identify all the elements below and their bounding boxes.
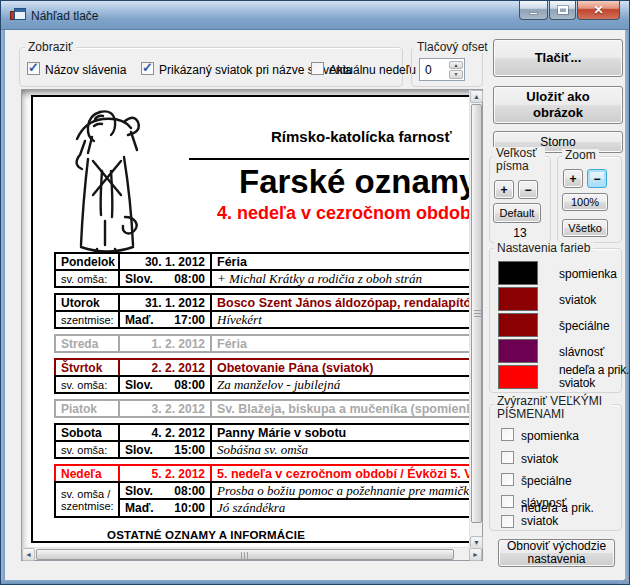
spinner-down-button[interactable]: ▼: [449, 70, 463, 79]
horizontal-scrollbar[interactable]: ◄ ►: [22, 547, 482, 560]
header-divider: [189, 158, 469, 160]
day-date: 30. 1. 2012: [120, 254, 212, 269]
table-row: Sobota 4. 2. 2012 Panny Márie v sobotu: [54, 423, 469, 442]
day-date: 5. 2. 2012: [120, 466, 212, 481]
color-label-nedela: nedeľa a prik. sviatok: [559, 364, 630, 390]
resize-grip[interactable]: [620, 575, 622, 577]
highlight-checkbox-spomienka[interactable]: [501, 428, 514, 441]
font-size-increase-button[interactable]: +: [494, 180, 514, 199]
mass-type-label: sv. omša:: [56, 271, 120, 286]
mass-time: 08:00: [174, 272, 205, 286]
checkbox-nazov-slavenia[interactable]: [27, 62, 40, 75]
mass-type-label: szentmise:: [56, 312, 120, 327]
mass-intention: Sobášna sv. omša: [212, 442, 469, 457]
scroll-up-button[interactable]: ▲: [470, 90, 483, 103]
font-size-value: 13: [489, 226, 551, 240]
vertical-scrollbar[interactable]: ▲ ▼: [469, 90, 482, 549]
day-name: Utorok: [56, 295, 120, 310]
app-icon: [10, 7, 26, 23]
restore-defaults-button[interactable]: Obnoviť východzie nastavenia: [498, 539, 615, 567]
highlight-label-sviatok: sviatok: [521, 452, 558, 466]
day-name: Streda: [56, 336, 120, 351]
color-swatch-slavnost[interactable]: [498, 339, 538, 363]
print-button[interactable]: Tlačiť...: [493, 39, 623, 77]
color-swatch-sviatok[interactable]: [498, 287, 538, 311]
document-page: Rímsko-katolícka farnosť Farské oznamy 4…: [31, 95, 469, 543]
day-name: Nedeľa: [56, 466, 120, 481]
table-row: sv. omša: Slov.15:00 Sobášna sv. omša: [54, 440, 469, 459]
schedule-block-pondelok: Pondelok 30. 1. 2012 Féria sv. omša: Slo…: [54, 252, 469, 288]
vertical-scroll-thumb[interactable]: [471, 104, 482, 523]
maximize-button[interactable]: [549, 1, 576, 20]
table-row: sv. omša: Slov.08:00 + Michal Krátky a r…: [54, 269, 469, 288]
minimize-icon: [529, 12, 538, 15]
mass-language: Slov.: [125, 378, 153, 392]
day-date: 2. 2. 2012: [120, 360, 212, 375]
mass-time: 15:00: [174, 443, 205, 457]
day-name: Sobota: [56, 425, 120, 440]
mass-time: 08:00: [174, 484, 205, 498]
checkbox-prikazany-sviatok[interactable]: [141, 62, 154, 75]
mass-language: Maď.: [125, 313, 154, 327]
celebration-name: Féria: [212, 336, 469, 351]
schedule-block-stvrtok: Štvrtok 2. 2. 2012 Obetovanie Pána (svia…: [54, 358, 469, 394]
print-offset-spinner[interactable]: 0 ▲ ▼: [419, 58, 465, 81]
highlight-title: Zvýrazniť VEĽKÝMI PÍSMENAMI: [494, 395, 612, 421]
day-date: 4. 2. 2012: [120, 425, 212, 440]
highlight-checkbox-nedela[interactable]: [501, 515, 514, 528]
zoom-out-button[interactable]: −: [587, 169, 607, 188]
celebration-name: Bosco Szent János áldozópap, rendalapító: [217, 296, 469, 310]
zoom-100-button[interactable]: 100%: [562, 193, 608, 211]
color-swatch-spomienka[interactable]: [498, 261, 538, 285]
color-settings-title: Nastavenia farieb: [494, 242, 593, 254]
color-swatch-nedela[interactable]: [498, 365, 538, 389]
window-frame: [1, 580, 629, 584]
font-size-default-button[interactable]: Default: [493, 203, 541, 223]
font-size-decrease-button[interactable]: −: [518, 180, 538, 199]
scroll-left-button[interactable]: ◄: [22, 548, 35, 561]
table-row: Štvrtok 2. 2. 2012 Obetovanie Pána (svia…: [54, 358, 469, 377]
preview-viewport: Rímsko-katolícka farnosť Farské oznamy 4…: [22, 90, 469, 547]
highlight-label-spomienka: spomienka: [521, 429, 579, 443]
schedule-table: Pondelok 30. 1. 2012 Féria sv. omša: Slo…: [54, 252, 469, 523]
spinner-up-button[interactable]: ▲: [449, 61, 463, 70]
highlight-checkbox-sviatok[interactable]: [501, 451, 514, 464]
schedule-block-nedela: Nedeľa 5. 2. 2012 5. nedeľa v cezročnom …: [54, 464, 469, 518]
print-offset-value[interactable]: 0: [420, 59, 448, 80]
color-label-sviatok: sviatok: [559, 293, 596, 307]
day-date: 3. 2. 2012: [120, 401, 212, 416]
color-swatch-specialne[interactable]: [498, 313, 538, 337]
day-date: 31. 1. 2012: [120, 295, 212, 310]
scroll-right-button[interactable]: ►: [469, 548, 482, 561]
window-title: Náhľad tlače: [31, 9, 99, 23]
preview-panel: Rímsko-katolícka farnosť Farské oznamy 4…: [21, 89, 483, 561]
spinner-down-icon: ▼: [454, 71, 459, 77]
mass-language: Slov.: [125, 484, 153, 498]
celebration-name: 5. nedeľa v cezročnom období / Évközi 5.…: [212, 466, 469, 481]
font-size-title: Veľkosť písma: [493, 147, 545, 173]
color-label-spomienka: spomienka: [559, 267, 617, 281]
zoom-fit-all-button[interactable]: Všetko: [562, 219, 608, 237]
highlight-checkbox-specialne[interactable]: [501, 473, 514, 486]
titlebar[interactable]: Náhľad tlače ✕: [1, 1, 629, 30]
schedule-block-streda: Streda 1. 2. 2012 Féria: [54, 334, 469, 353]
scroll-right-icon: ►: [472, 551, 479, 558]
highlight-checkbox-slavnost[interactable]: [501, 495, 514, 508]
window-frame: [1, 30, 5, 584]
mass-type-label: sv. omša / szentmise:: [56, 483, 120, 516]
zoom-in-button[interactable]: +: [563, 169, 583, 188]
minimize-button[interactable]: [519, 1, 548, 20]
parish-name: Rímsko-katolícka farnosť: [271, 128, 452, 145]
checkbox-aktualna-nedela[interactable]: [311, 62, 324, 75]
schedule-block-sobota: Sobota 4. 2. 2012 Panny Márie v sobotu s…: [54, 423, 469, 459]
close-button[interactable]: ✕: [577, 1, 620, 20]
window-frame: [625, 30, 629, 584]
spinner-up-icon: ▲: [454, 62, 459, 68]
schedule-block-piatok: Piatok 3. 2. 2012 Sv. Blažeja, biskupa a…: [54, 399, 469, 418]
save-as-image-button[interactable]: Uložiť ako obrázok: [493, 86, 623, 124]
zoom-title: Zoom: [562, 149, 599, 161]
table-row: Piatok 3. 2. 2012 Sv. Blažeja, biskupa a…: [54, 399, 469, 418]
table-row: sv. omša / szentmise: Slov.08:00 Maď.10:…: [54, 481, 469, 518]
celebration-name: Sv. Blažeja, biskupa a mučeníka (spomien…: [212, 401, 469, 416]
horizontal-scroll-thumb[interactable]: [36, 549, 454, 560]
